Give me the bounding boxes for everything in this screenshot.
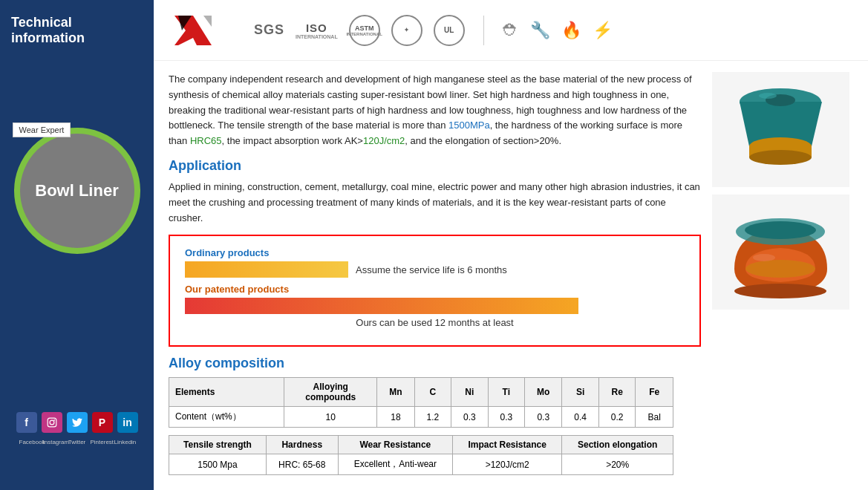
- ordinary-bar-row: Assume the service life is 6 months: [185, 261, 685, 278]
- col-c: C: [414, 378, 451, 407]
- facebook-label: Facebook: [19, 439, 40, 445]
- linkedin-icon[interactable]: in: [117, 412, 138, 433]
- safety-icon: ⛑: [503, 21, 519, 40]
- svg-point-1: [50, 420, 54, 425]
- ordinary-bar: [185, 261, 348, 278]
- cell-impact-val: >120J/cm2: [453, 454, 562, 475]
- cell-si-val: 0.4: [562, 407, 598, 428]
- col-si: Si: [562, 378, 598, 407]
- logo-container: [169, 10, 217, 50]
- col-tensile: Tensile strength: [169, 436, 267, 454]
- col-elements: Elements: [169, 378, 284, 407]
- twitter-label: Twitter: [67, 439, 88, 445]
- product-circle: Wear Expert Bowl Liner: [14, 128, 140, 254]
- instagram-label: Instagram: [43, 439, 64, 445]
- ordinary-label: Ordinary products: [185, 247, 685, 258]
- alloy-data-row: Content（wt%） 10 18 1.2 0.3 0.3 0.3 0.4 0…: [169, 407, 673, 428]
- header: SGS ISO INTERNATIONAL ASTM INTERNATIONAL…: [154, 0, 868, 61]
- cell-c-val: 1.2: [414, 407, 451, 428]
- cert-divider: [483, 16, 484, 45]
- cell-fe-val: Bal: [636, 407, 673, 428]
- sidebar-title: Technical information: [0, 0, 154, 61]
- pinterest-label: Pinterest: [91, 439, 111, 445]
- sidebar: Technical information Wear Expert Bowl L…: [0, 0, 154, 490]
- ordinary-row: Ordinary products Assume the service lif…: [185, 247, 685, 278]
- pinterest-icon[interactable]: P: [92, 412, 113, 433]
- col-mo: Mo: [525, 378, 562, 407]
- svg-point-11: [749, 150, 812, 165]
- product-image-bottom: [712, 195, 849, 310]
- patented-caption: Ours can be used 12 months at least: [185, 317, 685, 328]
- cell-tensile-val: 1500 Mpa: [169, 454, 267, 475]
- social-icons-row: f P in: [16, 412, 138, 433]
- svg-point-16: [745, 221, 816, 239]
- props-data-row: 1500 Mpa HRC: 65-68 Excellent，Anti-wear …: [169, 454, 673, 475]
- col-ti: Ti: [488, 378, 524, 407]
- cell-mo-val: 0.3: [525, 407, 562, 428]
- col-impact: Impact Resistance: [453, 436, 562, 454]
- product-images: [712, 72, 853, 479]
- props-header-row: Tensile strength Hardness Wear Resistanc…: [169, 436, 673, 454]
- cell-hardness-val: HRC: 65-68: [266, 454, 338, 475]
- iso-cert: ISO INTERNATIONAL: [296, 22, 338, 39]
- logo: [169, 10, 217, 50]
- hardness-highlight: HRC65: [190, 135, 222, 146]
- alloy-title: Alloy composition: [169, 356, 701, 371]
- cert-4: ✦: [391, 15, 422, 46]
- instagram-icon[interactable]: [42, 412, 62, 433]
- article-text-column: The company independent research and dev…: [169, 72, 701, 479]
- cert-ul: UL: [434, 15, 465, 46]
- col-mn: Mn: [377, 378, 414, 407]
- patented-bar: [185, 298, 578, 314]
- ordinary-caption: Assume the service life is 6 months: [356, 264, 507, 275]
- flame-icon: 🔥: [561, 21, 581, 40]
- col-ni: Ni: [451, 378, 488, 407]
- cell-10: 10: [284, 407, 377, 428]
- col-wear: Wear Resistance: [338, 436, 452, 454]
- main-content: SGS ISO INTERNATIONAL ASTM INTERNATIONAL…: [154, 0, 868, 490]
- props-table: Tensile strength Hardness Wear Resistanc…: [169, 435, 673, 475]
- twitter-icon[interactable]: [67, 412, 88, 433]
- tensile-highlight: 1500MPa: [448, 120, 490, 131]
- svg-point-18: [734, 284, 826, 298]
- svg-rect-0: [48, 418, 56, 427]
- lightning-icon: ⚡: [593, 21, 613, 40]
- linkedin-label: Linkedin: [114, 439, 135, 445]
- cell-ti-val: 0.3: [488, 407, 524, 428]
- cell-elongation-val: >20%: [562, 454, 673, 475]
- alloy-section: Alloy composition Elements Alloyingcompo…: [169, 356, 701, 475]
- social-section: f P in Facebook Instagram Twitter Pinter…: [16, 412, 138, 445]
- social-labels-row: Facebook Instagram Twitter Pinterest Lin…: [19, 439, 135, 445]
- patented-label: Our patented products: [185, 284, 685, 295]
- col-hardness: Hardness: [266, 436, 338, 454]
- col-re: Re: [598, 378, 635, 407]
- cell-wear-val: Excellent，Anti-wear: [338, 454, 452, 475]
- svg-point-19: [753, 254, 775, 261]
- cell-18: 18: [377, 407, 414, 428]
- col-alloying: Alloyingcompounds: [284, 378, 377, 407]
- patented-row: Our patented products Ours can be used 1…: [185, 284, 685, 328]
- comparison-box: Ordinary products Assume the service lif…: [169, 235, 701, 347]
- product-image-top: [712, 72, 849, 187]
- intro-paragraph: The company independent research and dev…: [169, 72, 701, 149]
- svg-point-13: [759, 93, 777, 99]
- astm-cert: ASTM INTERNATIONAL: [349, 15, 380, 46]
- svg-point-2: [53, 419, 55, 421]
- product-label: Bowl Liner: [35, 181, 118, 200]
- facebook-icon[interactable]: f: [16, 412, 37, 433]
- alloy-header-row: Elements Alloyingcompounds Mn C Ni Ti Mo…: [169, 378, 673, 407]
- col-fe: Fe: [636, 378, 673, 407]
- tool-icon: 🔧: [530, 21, 550, 40]
- col-elongation: Section elongation: [562, 436, 673, 454]
- cell-ni-val: 0.3: [451, 407, 488, 428]
- sgs-cert: SGS: [254, 22, 284, 38]
- wear-expert-badge: Wear Expert: [13, 122, 71, 137]
- cert-icons: SGS ISO INTERNATIONAL ASTM INTERNATIONAL…: [254, 15, 613, 46]
- application-title: Application: [169, 158, 701, 174]
- cell-re-val: 0.2: [598, 407, 635, 428]
- patented-bar-row: [185, 298, 685, 314]
- application-paragraph: Applied in mining, construction, cement,…: [169, 180, 701, 226]
- article: The company independent research and dev…: [154, 61, 868, 490]
- svg-point-17: [745, 260, 815, 278]
- alloy-table: Elements Alloyingcompounds Mn C Ni Ti Mo…: [169, 377, 673, 428]
